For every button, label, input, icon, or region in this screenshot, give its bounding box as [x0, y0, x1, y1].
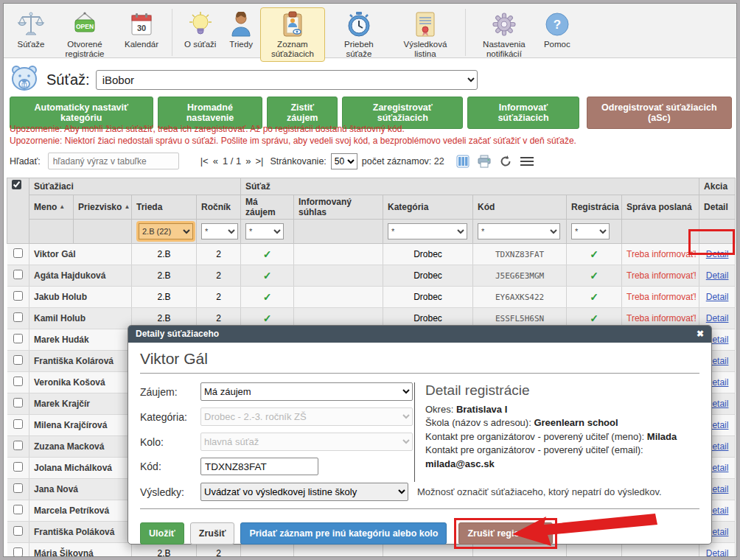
filter-rocnik-select[interactable]: * — [201, 223, 238, 239]
sprava-status: Treba informovať! — [622, 287, 699, 308]
toolbar-item-nastavenia-notifikacii[interactable]: Nastavenia notifikácií — [472, 7, 537, 62]
competitor-name: Viktor Gál — [29, 244, 132, 265]
rocnik-value: 2 — [197, 265, 241, 287]
row-checkbox[interactable] — [13, 334, 23, 343]
row-checkbox[interactable] — [13, 526, 23, 536]
col-ma-zaujem[interactable]: Má záujem — [241, 195, 294, 220]
toolbar-item-vysledkova-listina[interactable]: Výsledková listina — [393, 7, 458, 62]
row-checkbox[interactable] — [13, 462, 23, 472]
pager: |< « 1 / 1 » >| — [198, 155, 266, 167]
row-checkbox[interactable] — [13, 355, 23, 365]
save-button[interactable]: Uložiť — [140, 522, 184, 545]
print-icon[interactable] — [477, 155, 492, 168]
row-checkbox[interactable] — [13, 483, 23, 493]
records-count: počet záznamov: 22 — [362, 156, 444, 167]
calendar-icon: 30 — [130, 10, 153, 38]
row-checkbox[interactable] — [13, 312, 23, 322]
toolbar-item-sutaze[interactable]: Súťaže — [11, 7, 51, 52]
search-input[interactable] — [48, 153, 179, 169]
competitor-name: Marek Krajčír — [29, 393, 132, 415]
row-checkbox[interactable] — [13, 291, 23, 301]
row-checkbox[interactable] — [13, 419, 23, 429]
toolbar-item-priebeh-sutaze[interactable]: Priebeh súťaže — [327, 7, 391, 62]
row-checkbox-cell — [7, 287, 29, 308]
row-checkbox-cell — [7, 543, 29, 558]
vysledky-note: Možnosť označiť súťažiaceho, ktorý nepat… — [417, 486, 662, 497]
page-size-select[interactable]: 50 — [331, 153, 357, 169]
zaujem-select[interactable]: Má záujem — [200, 382, 413, 401]
competition-row: Súťaž: iBobor — [10, 64, 478, 95]
registracia-check: ✓ — [567, 287, 622, 308]
modal-body: Viktor Gál Záujem: Má záujem Kategória: … — [128, 343, 711, 549]
pager-last[interactable]: >| — [255, 155, 263, 167]
refresh-icon[interactable] — [499, 155, 512, 168]
col-trieda[interactable]: Trieda — [132, 195, 197, 220]
kategoria-value: Drobec — [383, 244, 473, 265]
competitor-name: Jolana Michálková — [29, 458, 132, 479]
search-row: Hľadať: |< « 1 / 1 » >| Stránkovanie: 50… — [10, 153, 730, 169]
kategoria-value: Drobec — [383, 265, 473, 287]
unregister-button[interactable]: Zrušiť registráciu — [458, 522, 553, 545]
detail-link[interactable]: Detail — [706, 292, 729, 302]
beaver-icon — [10, 64, 39, 95]
competition-select[interactable]: iBobor — [96, 70, 478, 90]
warnings: Upozornenie: Aby mohli žiaci súťažiť, tr… — [10, 123, 576, 147]
toolbar-item-zoznam-sutaziacich[interactable]: Zoznam súťažiacich — [260, 7, 325, 62]
row-checkbox[interactable] — [13, 248, 23, 258]
unregister-competitors-button[interactable]: Odregistrovať súťažiacich (aSc) — [587, 97, 732, 129]
add-record-button[interactable]: Pridať záznam pre inú kategóriu alebo ko… — [240, 522, 447, 545]
student-name: Viktor Gál — [140, 350, 699, 368]
toolbar-item-triedy[interactable]: Triedy — [223, 7, 259, 52]
competitor-name: Františka Poláková — [29, 522, 132, 543]
row-checkbox[interactable] — [13, 547, 23, 557]
row-checkbox[interactable] — [13, 270, 23, 279]
toolbar-item-o-sutazi[interactable]: O súťaži — [178, 7, 222, 52]
list-icon[interactable] — [520, 155, 534, 167]
close-icon[interactable]: ✖ — [697, 326, 704, 343]
registration-line: Kontakt pre organizátorov - poverený uči… — [425, 444, 699, 471]
filter-kategoria-select[interactable]: * — [388, 223, 467, 239]
toolbar-item-otvorene-registracie[interactable]: OPEN Otvorené registrácie — [52, 7, 117, 62]
filter-registracia-select[interactable]: * — [571, 223, 610, 239]
detail-link[interactable]: Detail — [706, 313, 729, 323]
help-icon: ? — [545, 10, 570, 38]
col-kategoria[interactable]: Kategória — [383, 195, 473, 220]
pager-first[interactable]: |< — [200, 155, 209, 167]
detail-link[interactable]: Detail — [706, 270, 729, 281]
vysledky-select[interactable]: Uvádzať vo výsledkovej listine školy — [200, 483, 408, 501]
toolbar-item-pomoc[interactable]: ? Pomoc — [538, 7, 576, 52]
row-checkbox[interactable] — [13, 505, 23, 514]
col-meno[interactable]: Meno▲ — [29, 195, 74, 220]
cancel-button[interactable]: Zrušiť — [190, 522, 235, 545]
ma-zaujem-check: ✓ — [241, 244, 294, 265]
detail-link[interactable]: Detail — [706, 249, 729, 259]
search-label: Hľadať: — [10, 156, 41, 167]
row-checkbox[interactable] — [13, 377, 23, 386]
col-suhlas[interactable]: Informovaný súhlas — [294, 195, 383, 220]
col-registracia[interactable]: Registrácia — [567, 195, 622, 220]
ma-zaujem-check: ✓ — [241, 265, 294, 287]
toolbar: Súťaže OPEN Otvorené registrácie 30 Kale… — [4, 4, 736, 58]
pager-prev[interactable]: « — [213, 155, 218, 167]
filter-ma-zaujem-select[interactable]: * — [245, 223, 284, 239]
col-priezvisko[interactable]: Priezvisko▲ — [74, 195, 132, 220]
vysledky-label: Výsledky: — [140, 486, 200, 498]
group-competitors: Súťažiaci — [29, 178, 241, 195]
select-all-checkbox[interactable] — [12, 180, 21, 189]
col-kod[interactable]: Kód — [473, 195, 567, 220]
toolbar-label: Zoznam súťažiacich — [266, 40, 319, 59]
toolbar-separator — [172, 9, 172, 56]
kod-input[interactable] — [200, 458, 318, 475]
row-checkbox[interactable] — [13, 441, 23, 450]
filter-trieda-select[interactable]: 2.B (22) — [139, 223, 193, 239]
col-sprava[interactable]: Správa poslaná — [622, 195, 699, 220]
toolbar-item-kalendar[interactable]: 30 Kalendár — [119, 7, 164, 52]
columns-icon[interactable] — [456, 155, 470, 168]
row-checkbox[interactable] — [13, 398, 23, 407]
rocnik-value: 2 — [197, 287, 241, 308]
detail-link[interactable]: Detail — [706, 548, 729, 557]
filter-kod-select[interactable]: * — [478, 223, 560, 239]
col-rocnik[interactable]: Ročník — [197, 195, 241, 220]
stopwatch-icon — [346, 10, 371, 38]
pager-next[interactable]: » — [245, 155, 251, 167]
